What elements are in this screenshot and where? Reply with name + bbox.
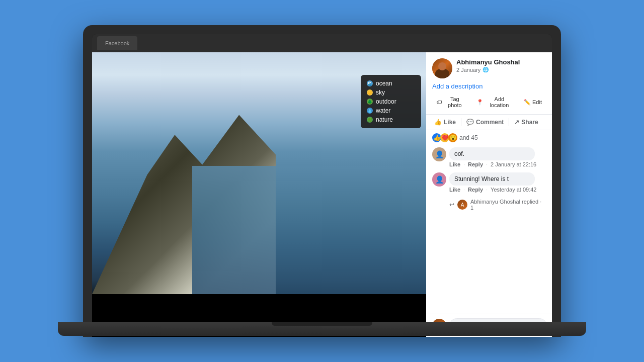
screen-content: Facebook 🌊 ocean: [92, 34, 552, 337]
comment-text-1: oof.: [454, 150, 530, 157]
comment-like-link-2[interactable]: Like: [449, 187, 460, 193]
photo-edit-actions: 🏷 Tag photo 📍 Add location ✏️ Edit: [426, 94, 552, 114]
fb-sidebar: Abhimanyu Ghoshal 2 January 🌐 Add a desc…: [426, 52, 552, 337]
tag-dot-outdoor: 🌲: [367, 99, 373, 105]
tag-dot-ocean: 🌊: [367, 80, 373, 86]
edit-button[interactable]: ✏️ Edit: [520, 97, 546, 108]
tag-dot-sky: ☀️: [367, 89, 373, 96]
laptop-shell: Facebook 🌊 ocean: [83, 25, 561, 337]
comment-actions-2: Like · Reply · Yesterday at 09:42: [449, 186, 536, 193]
tag-photo-label: Tag photo: [443, 96, 466, 108]
tag-item-ocean: 🌊 ocean: [367, 79, 415, 88]
main-area: 🌊 ocean ☀️ sky 🌲 outdoor 💧: [92, 52, 552, 337]
browser-bar: Facebook: [92, 34, 552, 52]
comment-content-1: oof. Like · Reply · 2 January at 22:16: [449, 147, 536, 167]
add-location-button[interactable]: 📍 Add location: [472, 94, 518, 110]
tag-item-outdoor: 🌲 outdoor: [367, 97, 415, 106]
comment-time-1: 2 January at 22:16: [491, 161, 536, 167]
comment-bubble-2: Stunning! Where is t: [449, 172, 535, 186]
comment-like-link-1[interactable]: Like: [449, 161, 460, 167]
comment-item: 👤 oof. Like · Reply · 2 J: [432, 147, 546, 167]
photo-area: 🌊 ocean ☀️ sky 🌲 outdoor 💧: [92, 52, 426, 337]
tag-label-outdoor: outdoor: [376, 98, 396, 105]
tag-icon: 🏷: [436, 99, 442, 105]
reaction-count: and 45: [459, 134, 478, 141]
tag-item-sky: ☀️ sky: [367, 88, 415, 97]
comment-label: Comment: [476, 119, 504, 126]
like-icon: 👍: [434, 119, 442, 126]
post-username: Abhimanyu Ghoshal: [456, 58, 546, 67]
post-header: Abhimanyu Ghoshal 2 January 🌐: [426, 52, 552, 82]
browser-tab: Facebook: [97, 36, 137, 50]
tag-label-nature: nature: [376, 116, 393, 123]
reply-arrow-icon: ↩: [449, 201, 454, 208]
tag-photo-button[interactable]: 🏷 Tag photo: [432, 94, 470, 110]
comment-reply-link-1[interactable]: Reply: [468, 161, 483, 167]
avatar: [432, 58, 452, 78]
laptop-hinge: [272, 322, 372, 326]
tag-label-water: water: [376, 107, 390, 114]
comment-avatar-1: 👤: [432, 147, 446, 161]
tag-dot-nature: 🌿: [367, 117, 373, 123]
water-overlay: [192, 166, 426, 294]
comment-time-2: Yesterday at 09:42: [491, 187, 536, 193]
reply-avatar-small: A: [457, 200, 467, 210]
comment-item-2: 👤 Stunning! Where is t Like · Reply ·: [432, 172, 546, 193]
comment-text-2: Stunning! Where is t: [454, 175, 530, 183]
comment-icon: 💬: [466, 119, 474, 126]
edit-label: Edit: [532, 99, 542, 105]
laptop-base: [58, 322, 586, 336]
add-description-link[interactable]: Add a description: [426, 82, 552, 94]
comment-content-2: Stunning! Where is t Like · Reply · Yest…: [449, 172, 536, 193]
tag-label-ocean: ocean: [376, 80, 392, 87]
share-icon: ↗: [514, 119, 519, 126]
comment-reply-link-2[interactable]: Reply: [468, 187, 483, 193]
comment-avatar-2: 👤: [432, 172, 446, 187]
post-date: 2 January: [456, 67, 480, 73]
post-user-info: Abhimanyu Ghoshal 2 January 🌐: [456, 58, 546, 73]
like-label: Like: [444, 119, 456, 126]
share-button[interactable]: ↗ Share: [510, 117, 542, 128]
btn-divider-2: [509, 118, 509, 126]
tag-item-nature: 🌿 nature: [367, 115, 415, 124]
tag-label-sky: sky: [376, 89, 385, 96]
tag-dot-water: 💧: [367, 108, 373, 114]
comment-bubble-1: oof.: [449, 147, 535, 160]
comment-button[interactable]: 💬 Comment: [462, 117, 508, 128]
screen-bezel: Facebook 🌊 ocean: [92, 34, 552, 337]
comments-area[interactable]: 👤 oof. Like · Reply · 2 J: [426, 145, 552, 314]
add-location-label: Add location: [485, 96, 514, 108]
reply-indicator[interactable]: ↩ A Abhimanyu Ghoshal replied · 1: [432, 198, 546, 215]
location-icon: 📍: [476, 99, 484, 106]
comment-actions-1: Like · Reply · 2 January at 22:16: [449, 160, 536, 167]
btn-divider-1: [461, 118, 461, 126]
reactions-row: 👍 ❤️ 😮 and 45: [426, 130, 552, 145]
like-button[interactable]: 👍 Like: [430, 117, 460, 128]
edit-icon: ✏️: [524, 99, 531, 106]
action-buttons-row: 👍 Like 💬 Comment ↗ Share: [426, 114, 552, 130]
share-label: Share: [521, 119, 538, 126]
globe-icon: 🌐: [482, 67, 489, 72]
ai-tags-popup: 🌊 ocean ☀️ sky 🌲 outdoor 💧: [361, 75, 421, 128]
tag-item-water: 💧 water: [367, 106, 415, 115]
wow-reaction: 😮: [448, 133, 457, 142]
reaction-icons: 👍 ❤️ 😮: [432, 133, 457, 142]
reply-indicator-text: Abhimanyu Ghoshal replied · 1: [470, 199, 546, 211]
post-meta: 2 January 🌐: [456, 67, 546, 73]
